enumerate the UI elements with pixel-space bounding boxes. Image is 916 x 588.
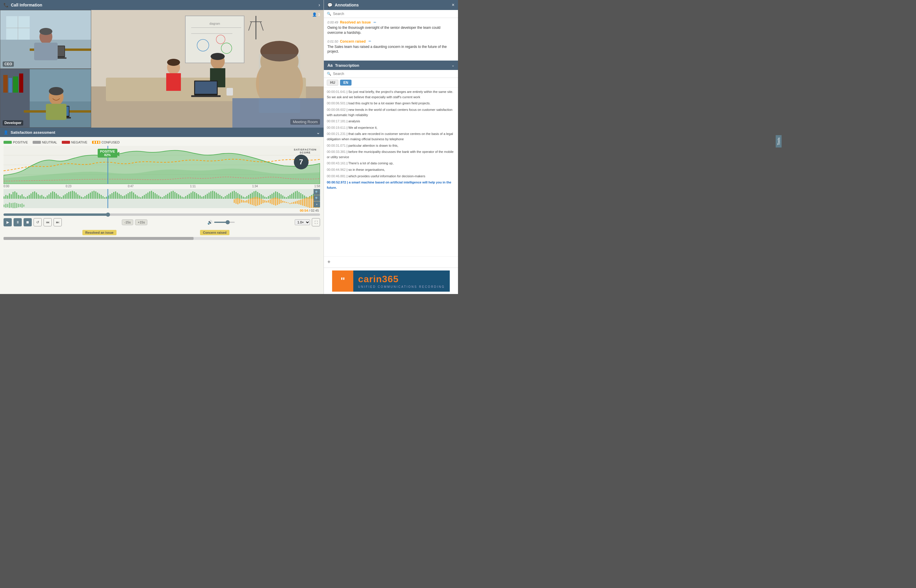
trans-line-11: 00:00:46.881 | which provides useful inf… [327, 174, 455, 179]
legend-confused-label: CONFUSED [102, 141, 120, 144]
svg-rect-114 [97, 192, 98, 199]
fullscreen-button[interactable]: ⛶ [312, 218, 320, 226]
svg-rect-226 [299, 192, 300, 199]
transcription-search-input[interactable] [333, 72, 455, 76]
replay-button[interactable]: ↺ [34, 218, 42, 226]
annotations-close[interactable]: × [452, 2, 455, 8]
concern-annotation-tag[interactable]: Concern raised [200, 230, 230, 235]
svg-rect-167 [193, 191, 194, 199]
svg-rect-104 [79, 195, 80, 199]
annotation-edit-2[interactable]: ✏ [369, 39, 371, 43]
volume-slider[interactable] [214, 222, 235, 223]
svg-rect-65 [9, 194, 10, 199]
trans-line-10: 00:00:44.962 | so in these organisations… [327, 167, 455, 173]
svg-rect-253 [239, 199, 240, 204]
add-annotation-button[interactable]: + [324, 256, 458, 268]
chart-area[interactable]: SATISFACTIONSCORE 7 POSITIVE 82% [3, 146, 320, 184]
svg-rect-254 [241, 200, 242, 203]
annotation-edit-1[interactable]: ✏ [374, 21, 376, 24]
time-display: 00:54 / 02:45 [0, 208, 324, 213]
svg-rect-69 [16, 192, 17, 199]
zoom-in-btn[interactable]: 🔍 [314, 189, 320, 195]
svg-rect-278 [284, 201, 285, 203]
svg-rect-113 [95, 191, 97, 199]
svg-rect-70 [18, 195, 19, 199]
svg-rect-256 [244, 201, 246, 203]
svg-rect-142 [147, 192, 149, 199]
svg-point-25 [49, 87, 63, 95]
pause-button[interactable]: ⏸ [13, 218, 22, 226]
mini-waveform[interactable]: 🔍 🔍 + [3, 189, 320, 208]
transcription-lines[interactable]: 00:00:01.641 | So just real briefly, the… [324, 87, 458, 256]
svg-rect-67 [13, 192, 14, 199]
svg-rect-136 [136, 195, 138, 199]
brand-name-part2: 365 [382, 274, 398, 284]
svg-rect-155 [171, 191, 172, 199]
zoom-reset-btn[interactable]: + [314, 201, 320, 207]
legend-negative-color [62, 141, 70, 144]
svg-rect-90 [54, 192, 55, 199]
svg-rect-110 [90, 192, 91, 199]
svg-rect-177 [210, 191, 212, 199]
svg-rect-91 [56, 194, 57, 199]
zoom-out-btn[interactable]: 🔍 [314, 195, 320, 201]
progress-bar[interactable] [3, 213, 320, 216]
annotations-title-left: 💬 Annotations [327, 3, 359, 7]
annotations-search-icon: 🔍 [327, 12, 331, 16]
svg-rect-169 [196, 193, 197, 199]
svg-rect-264 [259, 198, 260, 205]
svg-rect-221 [290, 195, 291, 199]
svg-rect-148 [158, 195, 159, 199]
svg-rect-194 [241, 195, 242, 199]
svg-rect-135 [135, 194, 136, 199]
svg-rect-280 [288, 203, 289, 203]
tl-3: 1:11 [190, 185, 196, 188]
annotations-search-input[interactable] [333, 12, 455, 16]
svg-rect-112 [94, 191, 95, 199]
svg-rect-223 [293, 192, 294, 199]
svg-rect-199 [250, 194, 251, 199]
svg-rect-153 [167, 194, 168, 199]
satisfaction-collapse[interactable]: ⌄ [316, 130, 320, 135]
svg-rect-271 [272, 199, 273, 204]
progress-bar-thumb[interactable] [106, 213, 110, 216]
svg-rect-111 [92, 191, 93, 199]
svg-rect-162 [183, 197, 184, 199]
svg-rect-267 [264, 200, 265, 203]
fast-forward-button[interactable]: ⏭ [53, 218, 62, 226]
trans-line-1: 00:00:01.641 | So just real briefly, the… [327, 89, 455, 100]
svg-rect-138 [140, 197, 141, 199]
stop-button[interactable]: ⏹ [24, 218, 32, 226]
lang-tab-hu[interactable]: HU [327, 80, 338, 86]
svg-rect-260 [252, 198, 253, 205]
svg-rect-180 [215, 192, 217, 199]
svg-rect-109 [88, 194, 89, 199]
svg-point-42 [167, 59, 180, 66]
skip-forward-button[interactable]: +15s [135, 219, 147, 225]
resolved-annotation-tag[interactable]: Resolved an issue [83, 230, 117, 235]
skip-back-button[interactable]: -15s [122, 219, 133, 225]
svg-rect-71 [20, 195, 21, 199]
svg-rect-281 [290, 203, 291, 204]
svg-rect-160 [180, 195, 181, 199]
svg-rect-190 [234, 191, 235, 199]
svg-rect-143 [149, 191, 151, 199]
play-button[interactable]: ▶ [3, 218, 12, 226]
svg-rect-238 [3, 205, 5, 207]
bottom-scrollbar[interactable] [3, 237, 320, 240]
speed-select[interactable]: 1.0× 0.5× 1.5× 2.0× [295, 219, 310, 225]
svg-rect-206 [262, 195, 264, 199]
annotations-title: Annotations [335, 3, 359, 7]
svg-rect-288 [302, 199, 303, 205]
legend-bar: POSITIVE NEUTRAL NEGATIVE CONFUSED [0, 139, 324, 146]
lang-tab-en[interactable]: EN [340, 80, 351, 86]
expand-chevron[interactable]: › [319, 2, 320, 8]
svg-rect-181 [218, 194, 219, 199]
svg-rect-212 [273, 192, 274, 199]
rewind-button[interactable]: ⏮ [44, 218, 52, 226]
left-panel: 📞 Call Information › [0, 0, 324, 294]
transcription-collapse[interactable]: ⌄ [452, 63, 455, 67]
svg-rect-255 [243, 200, 244, 203]
svg-rect-173 [203, 196, 204, 199]
svg-rect-274 [277, 198, 278, 205]
